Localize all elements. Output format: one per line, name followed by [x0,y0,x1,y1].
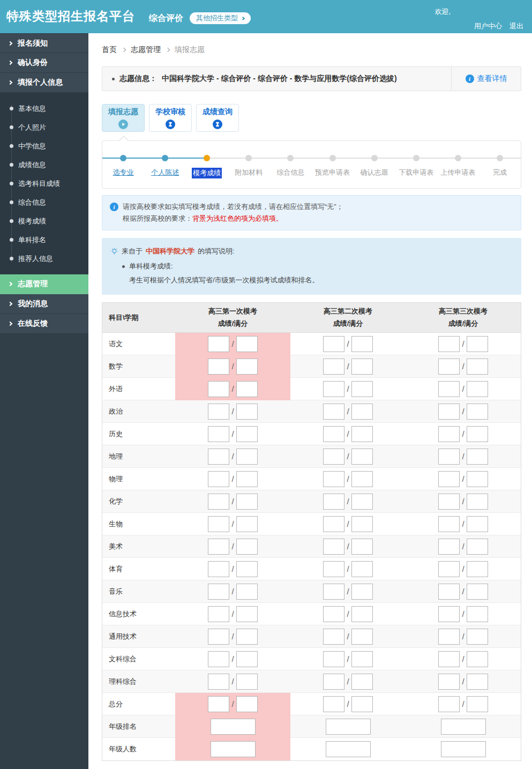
score-input[interactable] [438,674,460,690]
full-score-input[interactable] [351,629,373,645]
score-input[interactable] [323,404,344,420]
rank-input[interactable] [211,719,256,735]
full-score-input[interactable] [351,696,373,712]
full-score-input[interactable] [236,561,258,577]
breadcrumb-volunteer-management[interactable]: 志愿管理 [131,45,161,55]
full-score-input[interactable] [351,449,373,465]
full-score-input[interactable] [467,584,488,600]
full-score-input[interactable] [351,404,373,420]
score-input[interactable] [208,539,229,555]
score-input[interactable] [323,629,344,645]
sidebar-item-bottom-2[interactable]: 在线反馈 [0,314,88,334]
score-input[interactable] [323,561,344,577]
view-details-button[interactable]: i 查看详情 [451,67,521,91]
score-input[interactable] [438,336,460,352]
user-center-link[interactable]: 用户中心 [474,21,502,31]
rank-input[interactable] [326,741,371,757]
full-score-input[interactable] [236,426,258,442]
full-score-input[interactable] [236,449,258,465]
full-score-input[interactable] [467,336,488,352]
full-score-input[interactable] [351,539,373,555]
full-score-input[interactable] [236,359,258,375]
full-score-input[interactable] [467,381,488,397]
full-score-input[interactable] [236,381,258,397]
full-score-input[interactable] [236,539,258,555]
score-input[interactable] [208,696,229,712]
full-score-input[interactable] [467,674,488,690]
full-score-input[interactable] [351,494,373,510]
sidebar-subitem-7[interactable]: 单科排名 [0,230,88,249]
full-score-input[interactable] [236,584,258,600]
full-score-input[interactable] [467,651,488,667]
score-input[interactable] [208,606,229,622]
score-input[interactable] [323,359,344,375]
score-input[interactable] [438,404,460,420]
sidebar-item-bottom-1[interactable]: 我的消息 [0,294,88,314]
full-score-input[interactable] [236,629,258,645]
full-score-input[interactable] [351,426,373,442]
score-input[interactable] [208,426,229,442]
score-input[interactable] [323,651,344,667]
full-score-input[interactable] [351,584,373,600]
score-input[interactable] [208,449,229,465]
score-input[interactable] [208,584,229,600]
full-score-input[interactable] [236,696,258,712]
sidebar-subitem-5[interactable]: 综合信息 [0,193,88,212]
score-input[interactable] [208,359,229,375]
full-score-input[interactable] [236,404,258,420]
score-input[interactable] [438,629,460,645]
full-score-input[interactable] [351,674,373,690]
score-input[interactable] [438,651,460,667]
sidebar-item-bottom-0[interactable]: 志愿管理 [0,274,88,294]
step-2[interactable]: 个人陈述 [144,155,186,178]
score-input[interactable] [323,539,344,555]
full-score-input[interactable] [351,561,373,577]
full-score-input[interactable] [236,516,258,532]
rank-input[interactable] [326,719,371,735]
score-input[interactable] [208,561,229,577]
full-score-input[interactable] [467,516,488,532]
full-score-input[interactable] [467,494,488,510]
score-input[interactable] [323,516,344,532]
rank-input[interactable] [211,741,256,757]
full-score-input[interactable] [351,606,373,622]
full-score-input[interactable] [351,359,373,375]
score-input[interactable] [208,404,229,420]
score-input[interactable] [323,336,344,352]
score-input[interactable] [438,696,460,712]
score-input[interactable] [323,674,344,690]
full-score-input[interactable] [351,471,373,487]
score-input[interactable] [323,471,344,487]
score-input[interactable] [208,629,229,645]
score-input[interactable] [323,449,344,465]
score-input[interactable] [323,426,344,442]
other-enroll-types-button[interactable]: 其他招生类型 [190,12,251,24]
sidebar-subitem-1[interactable]: 个人照片 [0,118,88,137]
score-input[interactable] [438,584,460,600]
sidebar-subitem-6[interactable]: 模考成绩 [0,212,88,230]
score-input[interactable] [438,606,460,622]
full-score-input[interactable] [467,561,488,577]
sidebar-item-top-0[interactable]: 报名须知 [0,33,88,53]
sidebar-subitem-8[interactable]: 推荐人信息 [0,249,88,268]
score-input[interactable] [438,561,460,577]
sidebar-item-top-2[interactable]: 填报个人信息 [0,73,88,93]
score-input[interactable] [438,494,460,510]
score-input[interactable] [323,606,344,622]
score-input[interactable] [323,381,344,397]
score-input[interactable] [323,494,344,510]
full-score-input[interactable] [467,426,488,442]
tab-fill-volunteer[interactable]: 填报志愿 [102,104,145,132]
logout-link[interactable]: 退出 [509,21,523,31]
tab-school-review[interactable]: 学校审核 [149,104,192,132]
sidebar-subitem-2[interactable]: 中学信息 [0,137,88,155]
sidebar-subitem-3[interactable]: 成绩信息 [0,155,88,174]
score-input[interactable] [438,426,460,442]
full-score-input[interactable] [467,359,488,375]
score-input[interactable] [208,471,229,487]
full-score-input[interactable] [236,471,258,487]
score-input[interactable] [438,449,460,465]
score-input[interactable] [438,539,460,555]
full-score-input[interactable] [467,629,488,645]
full-score-input[interactable] [467,606,488,622]
